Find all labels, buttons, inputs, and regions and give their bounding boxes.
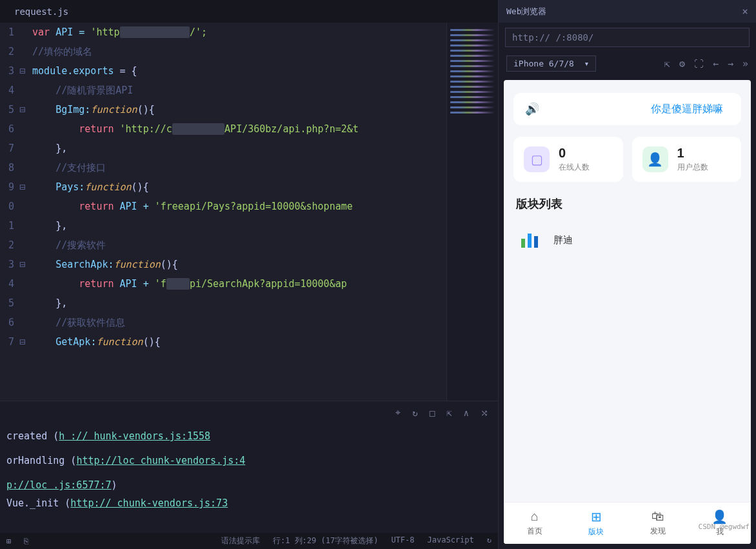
banner-text: 你是傻逼胖娣嘛 bbox=[651, 103, 723, 116]
grid-icon: ⊞ bbox=[591, 509, 602, 524]
section-title: 版块列表 bbox=[513, 196, 741, 212]
watermark: CSDN @egwdwf bbox=[699, 523, 750, 531]
close-icon[interactable]: × bbox=[742, 5, 748, 17]
restart-icon[interactable]: ↻ bbox=[412, 408, 417, 418]
terminal-icon[interactable]: ⎘ bbox=[24, 537, 28, 546]
minimap[interactable] bbox=[446, 23, 498, 401]
file-tab[interactable]: request.js bbox=[6, 1, 76, 22]
notice-banner[interactable]: 🔊 你是傻逼胖娣嘛 bbox=[513, 93, 741, 125]
browser-toolbar: iPhone 6/7/8 ▾ ⇱ ⚙ ⛶ ← → » bbox=[499, 52, 756, 75]
debug-icon[interactable]: ⌖ bbox=[395, 407, 401, 418]
screenshot-icon[interactable]: ⛶ bbox=[694, 58, 704, 70]
forward-icon[interactable]: → bbox=[728, 58, 733, 70]
stat-users[interactable]: 👤 1 用户总数 bbox=[632, 137, 742, 182]
block-item[interactable]: 胖迪 bbox=[513, 221, 741, 259]
back-icon[interactable]: ← bbox=[713, 58, 719, 70]
line-gutter: 1 2 3 4 5 6 7 8 9 0 1 2 3 4 5 6 7 bbox=[0, 23, 19, 401]
stat-online[interactable]: ▢ 0 在线人数 bbox=[513, 137, 623, 182]
collapse-up-icon[interactable]: ∧ bbox=[464, 408, 469, 418]
console-toolbar: ⌖ ↻ □ ⇱ ∧ ⤭ bbox=[0, 401, 498, 424]
stat-online-label: 在线人数 bbox=[559, 162, 590, 173]
language[interactable]: JavaScript bbox=[428, 535, 474, 546]
stat-online-value: 0 bbox=[559, 146, 590, 161]
shuffle-icon[interactable]: ⤭ bbox=[481, 408, 488, 418]
browser-tab-title: Web浏览器 bbox=[506, 6, 742, 17]
encoding[interactable]: UTF-8 bbox=[391, 535, 414, 546]
browser-panel: Web浏览器 × http:// /:8080/ iPhone 6/7/8 ▾ … bbox=[498, 0, 756, 549]
sync-icon[interactable]: ↻ bbox=[487, 535, 492, 546]
browser-tab-header: Web浏览器 × bbox=[499, 0, 756, 23]
preview-frame[interactable]: 🔊 你是傻逼胖娣嘛 ▢ 0 在线人数 👤 1 bbox=[504, 80, 751, 544]
discover-icon: 🛍 bbox=[652, 509, 664, 524]
console-panel: ⌖ ↻ □ ⇱ ∧ ⤭ created (h :// hunk-vendors.… bbox=[0, 401, 498, 533]
online-icon: ▢ bbox=[524, 146, 550, 172]
console-output[interactable]: created (h :// hunk-vendors.js:1558 orHa… bbox=[0, 424, 498, 533]
settings-icon[interactable]: ⚙ bbox=[679, 58, 685, 70]
stat-users-value: 1 bbox=[677, 146, 708, 161]
users-icon: 👤 bbox=[642, 146, 668, 172]
cursor-position[interactable]: 行:1 列:29 (17字符被选择) bbox=[273, 535, 378, 546]
syntax-lib[interactable]: 语法提示库 bbox=[221, 535, 260, 546]
block-name: 胖迪 bbox=[553, 234, 573, 246]
block-icon bbox=[516, 226, 544, 254]
code-editor[interactable]: 1 2 3 4 5 6 7 8 9 0 1 2 3 4 5 6 7 var AP… bbox=[0, 23, 498, 401]
status-bar: ⊞ ⎘ 语法提示库 行:1 列:29 (17字符被选择) UTF-8 JavaS… bbox=[0, 533, 498, 549]
tab-bar: request.js bbox=[0, 0, 498, 23]
nav-blocks[interactable]: ⊞ 版块 bbox=[588, 509, 604, 537]
code-content[interactable]: var API = 'httpxxxxxxxxxxxx/'; //填你的域名 ⊟… bbox=[19, 23, 446, 401]
stop-icon[interactable]: □ bbox=[430, 408, 435, 418]
more-icon[interactable]: » bbox=[742, 58, 748, 70]
url-input[interactable]: http:// /:8080/ bbox=[505, 28, 750, 47]
sound-icon: 🔊 bbox=[525, 102, 539, 116]
status-icon[interactable]: ⊞ bbox=[6, 537, 11, 546]
nav-discover[interactable]: 🛍 发现 bbox=[650, 509, 666, 537]
device-selector[interactable]: iPhone 6/7/8 ▾ bbox=[506, 55, 596, 72]
stat-users-label: 用户总数 bbox=[677, 162, 708, 173]
open-external-icon[interactable]: ⇱ bbox=[664, 58, 670, 70]
editor-panel: request.js 1 2 3 4 5 6 7 8 9 0 1 2 3 4 5… bbox=[0, 0, 498, 549]
nav-home[interactable]: ⌂ 首页 bbox=[527, 509, 542, 537]
home-icon: ⌂ bbox=[531, 509, 539, 524]
export-icon[interactable]: ⇱ bbox=[446, 408, 452, 418]
